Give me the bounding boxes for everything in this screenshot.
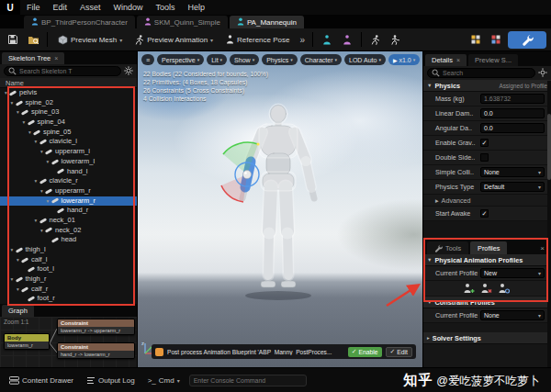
skeleton-bone-calf_l[interactable]: ▾calf_l xyxy=(0,255,137,265)
skeleton-bone-foot_r[interactable]: foot_r xyxy=(0,294,137,304)
skeleton-bone-clavicle_l[interactable]: ▾clavicle_l xyxy=(0,137,137,147)
tree-settings-gear-icon[interactable] xyxy=(124,66,133,77)
viewport-menu-button[interactable]: ≡ xyxy=(141,54,154,65)
browse-to-asset-icon[interactable] xyxy=(25,31,41,48)
bodies-display-icon[interactable] xyxy=(467,31,484,48)
menu-item-help[interactable]: Help xyxy=(182,0,212,15)
unassign-from-profile-icon[interactable] xyxy=(479,283,492,295)
dropdown-field[interactable]: Default▾ xyxy=(480,182,545,192)
viewport-button-lod-auto[interactable]: LOD Auto▾ xyxy=(344,54,386,65)
mannequin-character[interactable] xyxy=(205,101,352,312)
save-icon[interactable] xyxy=(5,31,21,48)
expander-icon[interactable]: ▾ xyxy=(33,176,39,186)
console-command-input[interactable] xyxy=(194,377,302,384)
expander-icon[interactable]: ▾ xyxy=(33,216,39,226)
skeleton-bone-spine_04[interactable]: ▾spine_04 xyxy=(0,118,137,128)
skeleton-bone-spine_02[interactable]: ▾spine_02 xyxy=(0,98,137,108)
cmd-dropdown[interactable]: >_ Cmd ▾ xyxy=(144,373,184,388)
expander-icon[interactable]: ▾ xyxy=(3,88,9,98)
skeleton-bone-hand_l[interactable]: hand_l xyxy=(0,167,137,177)
details-scrollbar[interactable] xyxy=(547,81,551,367)
skeleton-bone-upperarm_r[interactable]: ▾upperarm_r xyxy=(0,186,137,196)
skeleton-search-box[interactable] xyxy=(4,66,121,76)
checkbox[interactable]: ✓ xyxy=(480,139,489,147)
menu-item-file[interactable]: File xyxy=(20,0,47,15)
value-field[interactable]: 0.0 xyxy=(480,123,545,133)
viewport-button-physics[interactable]: Physics▾ xyxy=(262,54,298,65)
viewport-button-perspective[interactable]: Perspective▾ xyxy=(157,54,204,65)
advanced-expander[interactable]: ▸ Advanced xyxy=(423,195,551,207)
tree-name-column-header[interactable]: Name xyxy=(0,78,137,88)
graph-node-body[interactable]: Body lowerarm_r xyxy=(4,333,50,350)
details-search-box[interactable] xyxy=(427,68,535,78)
skeleton-bone-lowerarm_r[interactable]: ▾lowerarm_r xyxy=(0,196,137,207)
viewport-button-character[interactable]: Character▾ xyxy=(300,54,342,65)
physics-editor-button[interactable] xyxy=(508,31,546,49)
expander-icon[interactable]: ▾ xyxy=(45,157,51,167)
preview-mesh-button[interactable]: Preview Mesh ▾ xyxy=(53,31,127,48)
expander-icon[interactable]: ▾ xyxy=(15,255,21,265)
graph-node-constraint[interactable]: Constraint lowerarm_r -> upperarm_r xyxy=(57,319,135,335)
value-field[interactable]: 0.0 xyxy=(480,108,545,118)
tab-graph[interactable]: Graph xyxy=(2,305,34,317)
viewport-button-lit[interactable]: Lit▾ xyxy=(207,54,227,65)
viewport-button-x1-0[interactable]: ▶x1.0▾ xyxy=(388,54,420,65)
tab-skeleton-tree[interactable]: Skeleton Tree × xyxy=(2,52,64,64)
skeleton-search-input[interactable] xyxy=(19,68,117,74)
asset-tab[interactable]: SKM_Quinn_Simple xyxy=(137,16,228,28)
menu-item-tools[interactable]: Tools xyxy=(150,0,182,15)
skeleton-bone-hand_r[interactable]: hand_r xyxy=(0,206,137,216)
skeleton-bone-clavicle_r[interactable]: ▾clavicle_r xyxy=(0,176,137,186)
details-search-input[interactable] xyxy=(443,70,531,76)
skeleton-bone-lowerarm_l[interactable]: ▾lowerarm_l xyxy=(0,157,137,167)
skeleton-bone-head[interactable]: head xyxy=(0,235,137,245)
physical-profile-dropdown[interactable]: New ▾ xyxy=(480,268,545,278)
skeleton-bone-foot_l[interactable]: foot_l xyxy=(0,264,137,274)
enable-button[interactable]: ✓ Enable xyxy=(348,347,382,357)
skeleton-bone-upperarm_l[interactable]: ▾upperarm_l xyxy=(0,147,137,157)
tab-profiles[interactable]: Profiles xyxy=(470,241,507,254)
skeleton-bone-thigh_l[interactable]: ▾thigh_l xyxy=(0,245,137,255)
animation-editor-icon[interactable] xyxy=(367,31,384,48)
physical-animation-profiles-header[interactable]: ▼ Physical Animation Profiles xyxy=(423,254,551,266)
mesh-editor-icon[interactable] xyxy=(339,31,355,48)
tab-preview-scene[interactable]: Preview S... xyxy=(468,54,518,66)
solver-settings-header[interactable]: ▸ Solver Settings xyxy=(423,332,551,344)
start-awake-checkbox[interactable]: ✓ xyxy=(480,209,489,218)
viewport-button-show[interactable]: Show▾ xyxy=(230,54,259,65)
tab-details[interactable]: Details × xyxy=(425,54,467,66)
expander-icon[interactable]: ▾ xyxy=(33,137,39,147)
content-drawer-button[interactable]: Content Drawer xyxy=(6,373,77,388)
expander-icon[interactable]: ▾ xyxy=(39,186,45,196)
menu-item-edit[interactable]: Edit xyxy=(47,0,74,15)
console-command-box[interactable] xyxy=(189,375,307,386)
skeleton-bone-pelvis[interactable]: ▾pelvis xyxy=(0,88,137,98)
skeleton-bone-spine_05[interactable]: ▾spine_05 xyxy=(0,128,137,138)
physics-section-header[interactable]: ▼ Physics Assigned to Profile xyxy=(423,80,551,92)
expander-icon[interactable]: ▾ xyxy=(45,196,51,207)
constraint-profile-dropdown[interactable]: None ▾ xyxy=(480,310,545,320)
checkbox[interactable] xyxy=(480,153,489,162)
constraint-profiles-header[interactable]: ▼ Constraint Profiles xyxy=(423,297,551,308)
expander-icon[interactable]: ▾ xyxy=(21,118,28,128)
expander-icon[interactable]: ▾ xyxy=(39,147,45,157)
graph-panel[interactable]: Zoom 1:1 Body lowerarm_r Constraint lowe… xyxy=(0,317,137,367)
expander-icon[interactable]: ▾ xyxy=(9,98,16,108)
skeleton-bone-neck_02[interactable]: ▾neck_02 xyxy=(0,226,137,236)
expander-icon[interactable]: ▾ xyxy=(9,274,16,285)
skeleton-bone-neck_01[interactable]: ▾neck_01 xyxy=(0,216,137,226)
expander-icon[interactable]: ▾ xyxy=(15,285,21,295)
details-settings-gear-icon[interactable] xyxy=(538,68,547,79)
menu-item-window[interactable]: Window xyxy=(107,0,150,15)
value-field[interactable]: 1.638732 xyxy=(480,94,545,104)
assign-to-profile-icon[interactable] xyxy=(462,283,475,295)
graph-node-constraint[interactable]: Constraint hand_r -> lowerarm_r xyxy=(57,342,135,359)
skeleton-bone-calf_r[interactable]: ▾calf_r xyxy=(0,285,137,295)
reference-pose-button[interactable]: Reference Pose xyxy=(221,31,294,48)
edit-button[interactable]: ✓ Edit xyxy=(386,347,412,357)
expander-icon[interactable]: ▾ xyxy=(9,245,16,255)
dropdown-field[interactable]: None▾ xyxy=(480,167,545,177)
select-assigned-bodies-icon[interactable] xyxy=(497,283,510,295)
skeleton-bone-spine_03[interactable]: ▾spine_03 xyxy=(0,107,137,118)
tab-tools[interactable]: Tools xyxy=(427,241,468,254)
